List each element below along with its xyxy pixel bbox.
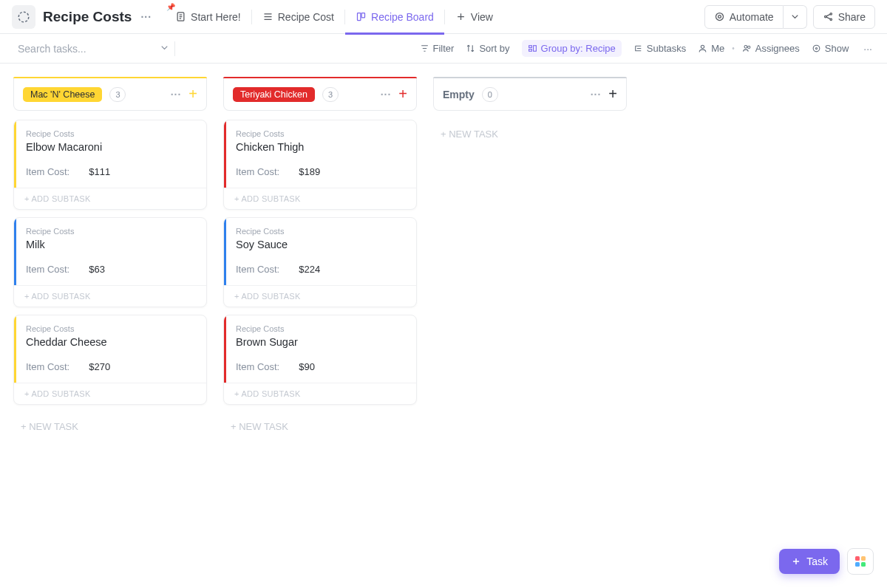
add-subtask-button[interactable]: + ADD SUBTASK (224, 188, 416, 209)
subtasks-label: Subtasks (647, 43, 686, 54)
share-button[interactable]: Share (813, 5, 875, 29)
doc-icon (175, 11, 186, 22)
column-count: 3 (322, 87, 339, 102)
add-subtask-button[interactable]: + ADD SUBTASK (224, 285, 416, 307)
task-card[interactable]: Recipe Costs Brown Sugar Item Cost: $90 … (223, 315, 417, 405)
add-subtask-button[interactable]: + ADD SUBTASK (14, 285, 206, 307)
svg-point-6 (824, 16, 826, 18)
svg-point-17 (815, 47, 817, 49)
chevron-down-icon (789, 11, 801, 22)
fab-wrap: Task (779, 548, 874, 575)
tab-label: View (471, 11, 493, 23)
column-add-button[interactable]: + (398, 86, 407, 103)
assignees-button[interactable]: Assignees (742, 43, 800, 54)
column-chip[interactable]: Empty (443, 89, 475, 100)
add-subtask-button[interactable]: + ADD SUBTASK (14, 383, 206, 404)
views-tabs: 📌 Start Here! Recipe Cost Recipe Board (165, 0, 503, 34)
card-meta: Recipe Costs (236, 324, 406, 333)
search-input[interactable] (18, 43, 147, 55)
column-cards: Recipe Costs Elbow Macaroni Item Cost: $… (13, 120, 207, 441)
new-task-button[interactable]: + NEW TASK (433, 120, 627, 148)
column-add-button[interactable]: + (608, 86, 617, 103)
new-task-fab[interactable]: Task (779, 549, 840, 574)
card-title: Chicken Thigh (236, 141, 406, 153)
chevron-down-icon (159, 42, 170, 53)
share-label: Share (838, 11, 866, 23)
column-count: 0 (482, 87, 498, 102)
me-button[interactable]: Me (698, 43, 724, 54)
column-cards: Recipe Costs Chicken Thigh Item Cost: $1… (223, 120, 417, 441)
show-button[interactable]: Show (812, 43, 849, 54)
toolbar-more-button[interactable]: ··· (860, 43, 875, 55)
board-column: Mac 'N' Cheese 3 ··· + Recipe Costs Elbo… (13, 77, 207, 441)
filter-button[interactable]: Filter (420, 43, 455, 54)
svg-rect-3 (361, 13, 364, 18)
group-icon (528, 44, 537, 53)
card-title: Milk (26, 239, 196, 250)
item-cost-value: $111 (89, 166, 110, 177)
column-more-button[interactable]: ··· (381, 89, 392, 100)
item-cost-label: Item Cost: (236, 264, 279, 275)
search-expand-button[interactable] (153, 42, 176, 55)
svg-point-16 (813, 45, 820, 52)
svg-point-14 (744, 45, 747, 48)
item-cost-label: Item Cost: (26, 264, 69, 275)
tab-recipe-board[interactable]: Recipe Board (345, 0, 444, 34)
sort-button[interactable]: Sort by (466, 43, 509, 54)
svg-rect-2 (358, 13, 361, 21)
apps-fab[interactable] (847, 548, 874, 575)
add-subtask-button[interactable]: + ADD SUBTASK (224, 383, 416, 404)
search-wrap (12, 42, 167, 55)
new-task-button[interactable]: + NEW TASK (13, 412, 207, 441)
column-more-button[interactable]: ··· (171, 89, 182, 100)
topbar: Recipe Costs ··· 📌 Start Here! Recipe Co… (0, 0, 887, 34)
column-chip[interactable]: Teriyaki Chicken (233, 87, 315, 102)
page-title: Recipe Costs (43, 9, 132, 25)
column-more-button[interactable]: ··· (591, 89, 602, 100)
tab-label: Recipe Board (371, 11, 434, 23)
item-cost-label: Item Cost: (236, 361, 279, 372)
task-card[interactable]: Recipe Costs Chicken Thigh Item Cost: $1… (223, 120, 417, 210)
new-task-button[interactable]: + NEW TASK (223, 412, 417, 441)
tab-recipe-cost[interactable]: Recipe Cost (252, 0, 344, 34)
card-status-stripe (14, 315, 16, 383)
topbar-right: Automate Share (704, 5, 875, 29)
board: Mac 'N' Cheese 3 ··· + Recipe Costs Elbo… (0, 64, 887, 588)
card-status-stripe (14, 218, 16, 285)
svg-point-5 (718, 16, 721, 18)
show-label: Show (825, 43, 849, 54)
add-subtask-button[interactable]: + ADD SUBTASK (14, 188, 206, 209)
tab-add-view[interactable]: View (445, 0, 503, 34)
space-icon[interactable] (12, 5, 35, 29)
card-title: Soy Sauce (236, 239, 406, 250)
share-icon (823, 11, 834, 22)
card-title: Elbow Macaroni (26, 141, 196, 153)
item-cost-value: $189 (299, 166, 320, 177)
column-add-button[interactable]: + (188, 86, 197, 103)
filter-icon (420, 44, 429, 53)
svg-point-7 (830, 13, 832, 16)
users-icon (742, 44, 752, 53)
card-status-stripe (14, 120, 16, 188)
task-card[interactable]: Recipe Costs Soy Sauce Item Cost: $224 +… (223, 217, 417, 307)
group-button[interactable]: Group by: Recipe (522, 40, 622, 57)
automate-button[interactable]: Automate (704, 5, 784, 29)
subtasks-button[interactable]: Subtasks (633, 43, 686, 54)
apps-icon (855, 556, 866, 567)
task-card[interactable]: Recipe Costs Elbow Macaroni Item Cost: $… (13, 120, 207, 210)
item-cost-label: Item Cost: (26, 166, 69, 177)
card-meta: Recipe Costs (26, 324, 196, 333)
automate-caret-button[interactable] (784, 5, 807, 29)
svg-point-0 (18, 12, 29, 22)
task-card[interactable]: Recipe Costs Cheddar Cheese Item Cost: $… (13, 315, 207, 405)
me-label: Me (711, 43, 724, 54)
board-icon (356, 11, 367, 22)
title-more-icon[interactable]: ··· (136, 11, 156, 23)
card-title: Cheddar Cheese (26, 336, 196, 348)
tab-start-here[interactable]: 📌 Start Here! (165, 0, 251, 34)
column-header: Mac 'N' Cheese 3 ··· + (13, 78, 207, 111)
column-chip[interactable]: Mac 'N' Cheese (23, 87, 102, 102)
task-card[interactable]: Recipe Costs Milk Item Cost: $63 + ADD S… (13, 217, 207, 307)
group-label: Group by: Recipe (541, 43, 616, 54)
tab-label: Start Here! (191, 11, 241, 23)
